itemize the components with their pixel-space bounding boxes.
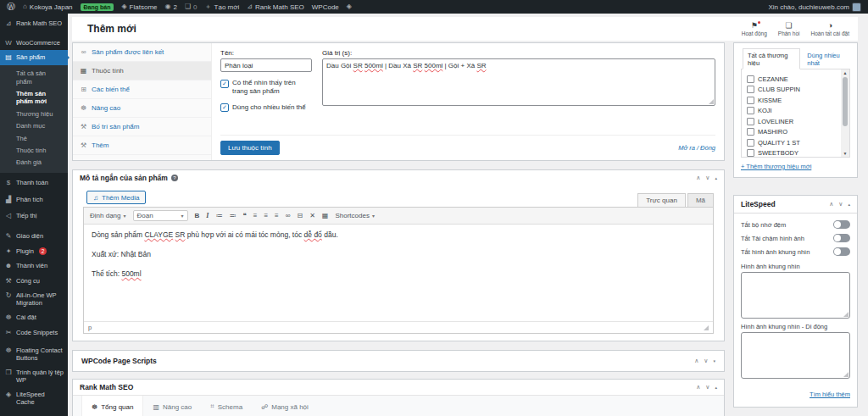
brand-item[interactable]: LOVELINER: [747, 116, 839, 127]
sidebar-item-all-in-one-wp-migration[interactable]: ↻ All-in-One WP Migration: [0, 288, 68, 310]
align-left-button[interactable]: ≡: [253, 213, 258, 219]
brand-checkbox[interactable]: [747, 75, 754, 83]
theme-menu[interactable]: ◈ Flatsome: [121, 3, 157, 11]
move-down-icon[interactable]: ∨: [838, 201, 843, 208]
tab-more[interactable]: ⚒ Thêm: [73, 136, 211, 155]
sort-handle-icon[interactable]: ▴: [715, 175, 717, 180]
add-media-button[interactable]: ♫ Thêm Media: [86, 191, 146, 204]
paragraph-dropdown[interactable]: Đoạn ▾: [133, 210, 188, 221]
sidebar-item-analytics[interactable]: ▟ Phân tích: [0, 192, 68, 208]
checkbox-checked-icon[interactable]: ✓: [220, 80, 229, 88]
sidebar-item-code-snippets[interactable]: ✂ Code Snippets: [0, 325, 68, 341]
resize-grip-icon[interactable]: [843, 372, 849, 377]
collapse-toggle-icon[interactable]: ▾: [713, 358, 715, 363]
brand-checkbox[interactable]: [747, 118, 754, 125]
brand-item[interactable]: MASHIRO: [747, 127, 839, 138]
move-up-icon[interactable]: ∧: [696, 175, 700, 181]
tab-all-brands[interactable]: Tất cả thương hiệu: [743, 48, 800, 69]
brand-checkbox[interactable]: [747, 128, 754, 136]
align-right-button[interactable]: ≡: [275, 213, 279, 219]
tab-attributes[interactable]: ▦ Thuộc tính: [73, 62, 211, 80]
move-up-icon[interactable]: ∧: [694, 358, 698, 364]
feedback-button[interactable]: ❏ Phản hồi: [778, 22, 800, 36]
sidebar-subitem-categories[interactable]: Danh mục: [0, 120, 68, 132]
move-down-icon[interactable]: ∨: [705, 175, 709, 181]
bullet-list-button[interactable]: ≔: [215, 213, 222, 219]
blockquote-button[interactable]: ❝: [242, 213, 246, 219]
resize-grip-icon[interactable]: [709, 99, 714, 104]
tab-most-used-brands[interactable]: Dùng nhiều nhất: [807, 49, 849, 69]
setup-wizard-button[interactable]: ◑ Hoàn tất cài đặt: [810, 22, 849, 36]
sidebar-subitem-add-new-product[interactable]: Thêm sản phẩm mới: [0, 88, 68, 108]
sidebar-item-appearance[interactable]: ✎ Giao diện: [0, 229, 68, 244]
move-up-icon[interactable]: ∧: [829, 201, 833, 208]
move-up-icon[interactable]: ∧: [696, 384, 700, 391]
tab-product-layout[interactable]: ⚒ Bố trí sản phẩm: [73, 118, 211, 136]
rank-math-menu[interactable]: ⊿ Rank Math SEO: [247, 3, 304, 11]
sort-handle-icon[interactable]: ▴: [715, 385, 717, 390]
read-more-button[interactable]: ⊟: [297, 213, 303, 219]
fullscreen-button[interactable]: ✕: [309, 213, 315, 219]
brand-checkbox[interactable]: [747, 86, 754, 93]
tab-linked-products[interactable]: ∞ Sản phẩm được liên kết: [73, 43, 211, 62]
sidebar-item-settings[interactable]: ☸ Cài đặt: [0, 310, 68, 325]
sidebar-item-users[interactable]: ☻ Thành viên: [0, 258, 68, 274]
format-dropdown[interactable]: Định dạng ▾: [90, 212, 126, 219]
attribute-name-input[interactable]: Phân loại: [220, 58, 312, 72]
viewport-images-textarea[interactable]: [741, 272, 850, 319]
insert-link-button[interactable]: ∞: [286, 213, 291, 219]
brand-checkbox[interactable]: [747, 97, 754, 104]
viewport-images-mobile-textarea[interactable]: [741, 332, 850, 379]
site-menu[interactable]: ⌂ Kokoya Japan: [23, 3, 73, 11]
sidebar-item-wp-file-manager[interactable]: ❒ Trình quản lý tệp WP: [0, 365, 68, 387]
move-down-icon[interactable]: ∨: [704, 358, 708, 364]
collapse-menu-button[interactable]: ◀ Thu gọn Menu: [0, 413, 68, 416]
new-content-menu[interactable]: ＋ Tạo mới: [205, 3, 240, 11]
sidebar-item-tools[interactable]: ⚒ Công cụ: [0, 274, 68, 289]
sidebar-item-marketing[interactable]: ◁ Tiếp thị: [0, 208, 68, 224]
checkbox-checked-icon[interactable]: ✓: [220, 103, 229, 112]
sidebar-item-payments[interactable]: $ Thanh toán: [0, 175, 68, 191]
scrollbar-thumb[interactable]: [843, 77, 848, 126]
visible-checkbox-row[interactable]: ✓ Có thể nhìn thấy trên trang sản phẩm: [220, 79, 312, 97]
activity-button[interactable]: ⚑ Hoạt động: [742, 22, 767, 36]
tab-social[interactable]: ☍ Mạng xã hội: [252, 396, 318, 416]
brand-item[interactable]: CEZANNE: [747, 74, 839, 85]
help-icon[interactable]: ?: [171, 175, 178, 181]
tab-variations[interactable]: ⊞ Các biến thể: [73, 80, 211, 99]
sidebar-item-plugins[interactable]: ✦ Plugin 2: [0, 244, 68, 259]
toolbar-toggle-button[interactable]: ▦: [322, 213, 329, 219]
resize-grip-icon[interactable]: [704, 325, 709, 330]
wordpress-logo-icon[interactable]: Ⓦ: [7, 1, 15, 13]
bold-button[interactable]: B: [195, 213, 200, 219]
tab-visual-editor[interactable]: Trực quan: [637, 193, 686, 207]
sort-handle-icon[interactable]: ▴: [848, 202, 850, 207]
brand-list-scrollbar[interactable]: ▲ ▼: [841, 69, 849, 157]
sidebar-item-litespeed-cache[interactable]: ◈ LiteSpeed Cache: [0, 387, 68, 409]
move-down-icon[interactable]: ∨: [705, 384, 709, 391]
disable-cache-toggle[interactable]: [833, 220, 850, 229]
sidebar-item-products[interactable]: ▤ Sản phẩm: [0, 50, 68, 65]
attribute-values-textarea[interactable]: Dầu Gội SR 500ml | Dầu Xả SR 500ml | Gội…: [322, 58, 715, 106]
brand-item[interactable]: KOJI: [747, 106, 839, 117]
short-description-header[interactable]: Mô tả ngắn của sản phẩm ? ∧ ∨ ▴: [73, 170, 724, 186]
brand-item[interactable]: SWEETBODY: [747, 148, 839, 158]
align-center-button[interactable]: ≡: [264, 213, 268, 219]
resize-grip-icon[interactable]: [843, 312, 849, 317]
tab-advanced-seo[interactable]: ▥ Nâng cao: [143, 396, 201, 416]
brand-item[interactable]: KISSME: [747, 95, 839, 106]
tab-code-editor[interactable]: Mã: [687, 193, 714, 207]
sidebar-item-rank-math-seo[interactable]: ⊿ Rank Math SEO: [0, 16, 68, 31]
sidebar-subitem-reviews[interactable]: Đánh giá: [0, 157, 68, 169]
live-status-badge[interactable]: Đang bán: [81, 3, 114, 11]
wpcode-panel-header[interactable]: WPCode Page Scripts ∧ ∨ ▾: [73, 351, 724, 371]
scroll-up-icon[interactable]: ▲: [843, 70, 848, 75]
brand-checkbox[interactable]: [747, 139, 754, 147]
numbered-list-button[interactable]: ≕: [229, 213, 236, 219]
learn-more-link[interactable]: Tìm hiểu thêm: [810, 391, 850, 398]
editor-content[interactable]: Dòng sản phẩm CLAYGE SR phù hợp với ai c…: [84, 225, 713, 321]
expand-close-link[interactable]: Mở ra / Đóng: [678, 144, 715, 152]
italic-button[interactable]: I: [206, 213, 209, 219]
updates-menu[interactable]: ◉ 2: [165, 3, 177, 11]
variations-checkbox-row[interactable]: ✓ Dùng cho nhiều biến thể: [220, 103, 312, 113]
